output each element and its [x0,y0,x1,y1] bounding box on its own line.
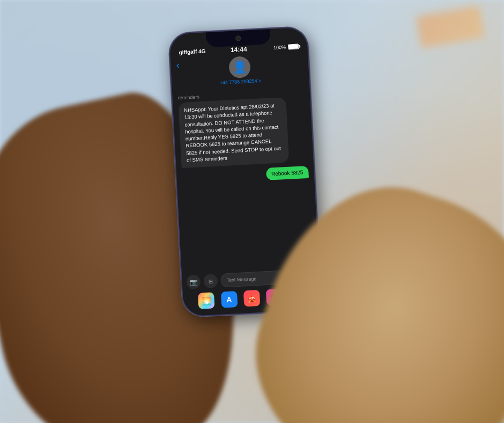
input-placeholder: Text Message [227,276,257,283]
photos-icon: 🌅 [202,296,211,305]
dock-app-store[interactable]: A [220,291,238,308]
camera-icon: 📷 [189,278,198,286]
apps-icon: ⊞ [209,278,213,284]
avatar-icon: 👤 [232,60,247,75]
received-message-bubble: NHSAppt: Your Dietetics apt 28/02/23 at … [178,97,289,169]
apps-button[interactable]: ⊞ [203,274,218,288]
battery-label: 100% [273,45,286,50]
dock-app-custom1[interactable]: 🎪 [243,290,261,307]
appstore-icon: A [226,295,232,304]
carrier-label: giffgaff 4G [179,48,206,56]
custom1-icon: 🎪 [247,294,257,303]
back-button[interactable]: ‹ [176,60,180,71]
contact-avatar: 👤 [228,56,251,78]
sent-message-bubble: Rebook 5825 [265,166,309,180]
time-label: 14:44 [231,46,247,54]
front-camera [235,35,241,41]
battery-fill [288,45,298,49]
contact-number[interactable]: +44 7786 209254 > [219,78,261,85]
status-right: 100% [273,43,299,50]
camera-button[interactable]: 📷 [186,275,201,289]
dock-app-photos[interactable]: 🌅 [198,292,215,309]
sender-label: reminders [178,89,305,100]
battery-icon [288,43,299,49]
